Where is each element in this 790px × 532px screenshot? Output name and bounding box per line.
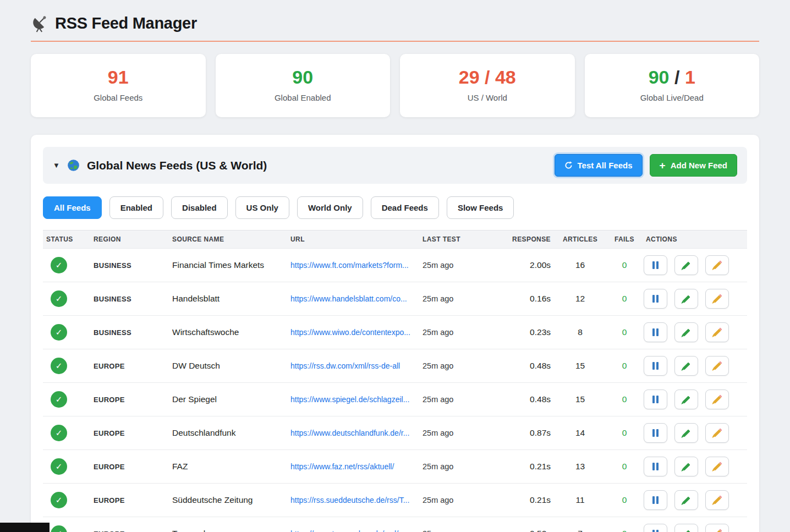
pause-button[interactable] — [644, 423, 667, 443]
filter-bar: All FeedsEnabledDisabledUS OnlyWorld Onl… — [43, 196, 747, 219]
edit-pen-button[interactable] — [674, 356, 698, 376]
edit-pencil-button[interactable] — [705, 457, 729, 476]
filter-disabled[interactable]: Disabled — [171, 196, 228, 219]
table-row: ✓ EUROPE Tagesschau https://www.tagessch… — [43, 517, 747, 532]
pause-button[interactable] — [644, 457, 667, 476]
pencil-icon — [713, 429, 721, 437]
pause-icon — [652, 530, 655, 532]
feed-url-link[interactable]: https://www.wiwo.de/contentexpo... — [290, 328, 416, 337]
feed-url-link[interactable]: https://www.ft.com/markets?form... — [290, 261, 416, 270]
collapse-icon[interactable]: ▼ — [53, 161, 60, 169]
source-name-cell: Financial Times Markets — [169, 260, 287, 270]
fails-cell: 0 — [606, 361, 643, 371]
filter-all-feeds[interactable]: All Feeds — [43, 196, 102, 219]
region-cell: BUSINESS — [90, 261, 169, 270]
fails-cell: 0 — [606, 428, 643, 438]
stats-row: 91 Global Feeds 90 Global Enabled 29 / 4… — [31, 54, 759, 117]
pause-button[interactable] — [644, 524, 667, 532]
table-row: ✓ EUROPE Süddeutsche Zeitung https://rss… — [43, 484, 747, 517]
status-ok-icon: ✓ — [51, 458, 67, 475]
pause-button[interactable] — [644, 289, 667, 309]
region-cell: EUROPE — [90, 530, 169, 532]
feed-url-link[interactable]: https://www.tagesschau.de/xml/rs... — [290, 529, 416, 532]
column-header-status: STATUS — [43, 235, 90, 243]
feed-url-link[interactable]: https://www.handelsblatt.com/co... — [290, 294, 416, 303]
pencil-icon — [713, 362, 721, 370]
filter-enabled[interactable]: Enabled — [109, 196, 163, 219]
articles-cell: 16 — [554, 260, 606, 270]
pause-button[interactable] — [644, 255, 667, 275]
stat-value: 90 — [221, 68, 385, 86]
filter-us-only[interactable]: US Only — [235, 196, 289, 219]
edit-pen-button[interactable] — [674, 390, 698, 409]
edit-pen-button[interactable] — [674, 524, 698, 532]
column-header-region: REGION — [90, 235, 169, 243]
page-title: RSS Feed Manager — [55, 14, 197, 32]
feed-url-link[interactable]: https://rss.dw.com/xml/rss-de-all — [290, 361, 416, 370]
edit-pencil-button[interactable] — [705, 524, 729, 532]
edit-pencil-button[interactable] — [705, 423, 729, 443]
pause-icon — [652, 463, 655, 470]
actions-cell — [643, 356, 747, 376]
filter-dead-feeds[interactable]: Dead Feeds — [371, 196, 439, 219]
pause-button[interactable] — [644, 356, 667, 376]
test-all-feeds-button[interactable]: Test All Feeds — [555, 154, 643, 177]
stat-label: US / World — [405, 93, 569, 102]
status-cell: ✓ — [43, 425, 90, 441]
last-test-cell: 25m ago — [419, 328, 496, 337]
fails-cell: 0 — [606, 394, 643, 404]
pause-button[interactable] — [644, 390, 667, 409]
response-cell: 0.21s — [496, 462, 554, 471]
stat-dead-count: 1 — [685, 67, 695, 87]
panel-header: ▼ Global News Feeds (US & World) — [43, 147, 747, 184]
edit-pencil-button[interactable] — [705, 289, 729, 309]
filter-slow-feeds[interactable]: Slow Feeds — [447, 196, 514, 219]
table-row: ✓ BUSINESS Wirtschaftswoche https://www.… — [43, 316, 747, 349]
edit-pen-button[interactable] — [674, 423, 698, 443]
pencil-icon — [713, 261, 721, 269]
table-header-row: STATUSREGIONSOURCE NAMEURLLAST TESTRESPO… — [43, 230, 747, 249]
column-header-source-name: SOURCE NAME — [169, 235, 287, 243]
edit-pencil-button[interactable] — [705, 490, 729, 510]
edit-pencil-button[interactable] — [705, 356, 729, 376]
last-test-cell: 25m ago — [419, 429, 496, 437]
pen-icon — [682, 362, 690, 370]
region-cell: EUROPE — [90, 429, 169, 437]
source-name-cell: Handelsblatt — [169, 294, 287, 304]
plus-icon: + — [660, 160, 666, 171]
source-name-cell: Wirtschaftswoche — [169, 327, 287, 337]
app-header: RSS Feed Manager — [31, 0, 759, 42]
edit-pen-button[interactable] — [674, 322, 698, 342]
edit-pencil-button[interactable] — [705, 322, 729, 342]
status-ok-icon: ✓ — [51, 525, 67, 532]
edit-pen-button[interactable] — [674, 289, 698, 309]
edit-pen-button[interactable] — [674, 255, 698, 275]
stat-separator: / — [670, 67, 685, 87]
pencil-icon — [713, 463, 721, 470]
feed-url-link[interactable]: https://www.deutschlandfunk.de/r... — [290, 429, 416, 437]
stat-label: Global Live/Dead — [590, 93, 754, 102]
feed-url-link[interactable]: https://rss.sueddeutsche.de/rss/T... — [290, 496, 416, 504]
pen-icon — [682, 328, 690, 336]
filter-world-only[interactable]: World Only — [297, 196, 363, 219]
pencil-icon — [713, 530, 721, 532]
edit-pen-button[interactable] — [674, 457, 698, 476]
actions-cell — [643, 322, 747, 342]
add-new-feed-button[interactable]: + Add New Feed — [650, 154, 737, 177]
feeds-panel: ▼ Global News Feeds (US & World) — [31, 135, 759, 532]
edit-pen-button[interactable] — [674, 490, 698, 510]
stat-card-global-feeds: 91 Global Feeds — [31, 54, 206, 117]
edit-pencil-button[interactable] — [705, 390, 729, 409]
pause-button[interactable] — [644, 490, 667, 510]
pause-button[interactable] — [644, 322, 667, 342]
stat-card-live-dead: 90 / 1 Global Live/Dead — [585, 54, 760, 117]
edit-pencil-button[interactable] — [705, 255, 729, 275]
source-name-cell: Der Spiegel — [169, 394, 287, 404]
column-header-articles: ARTICLES — [554, 235, 606, 243]
response-cell: 0.48s — [496, 394, 554, 404]
pause-icon — [652, 261, 655, 269]
feed-url-link[interactable]: https://www.faz.net/rss/aktuell/ — [290, 462, 416, 471]
region-cell: EUROPE — [90, 463, 169, 471]
pen-icon — [682, 396, 690, 403]
feed-url-link[interactable]: https://www.spiegel.de/schlagzeil... — [290, 395, 416, 404]
